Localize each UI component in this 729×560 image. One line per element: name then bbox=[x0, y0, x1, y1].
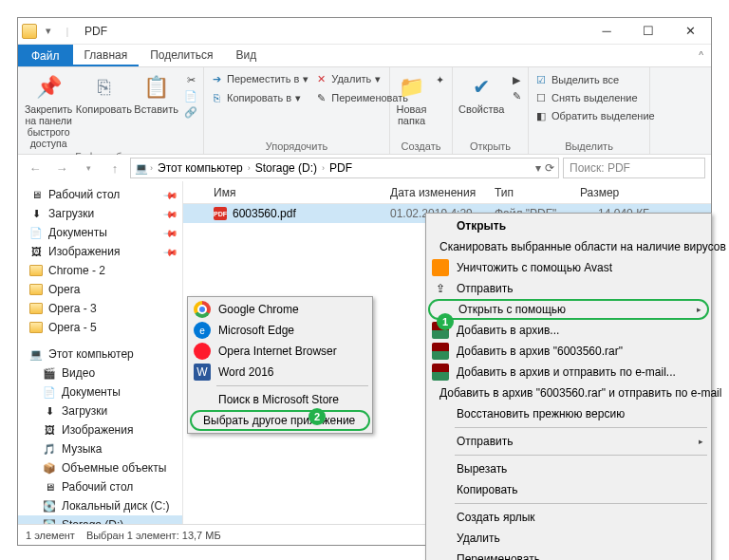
pin-icon: 📌 bbox=[35, 74, 62, 101]
ctx-copy[interactable]: Копировать bbox=[428, 479, 709, 500]
sidebar-item-label: Музыка bbox=[62, 442, 102, 456]
selectinvert-button[interactable]: ◧Обратить выделение bbox=[534, 109, 655, 122]
sidebar-item[interactable]: Opera bbox=[18, 280, 182, 299]
rar-icon bbox=[432, 343, 449, 360]
sidebar-item[interactable]: Opera - 5 bbox=[18, 318, 182, 337]
copypath-button[interactable]: 📄 bbox=[184, 89, 197, 103]
ctx-addrar[interactable]: Добавить в архив "6003560.rar" bbox=[428, 341, 709, 362]
paste-button[interactable]: 📋 Вставить bbox=[134, 70, 178, 115]
newitem-button[interactable]: ✦ bbox=[433, 73, 446, 86]
ctx-open[interactable]: Открыть bbox=[428, 215, 709, 236]
tab-file[interactable]: Файл bbox=[18, 45, 73, 66]
moveto-button[interactable]: ➔Переместить в ▾ bbox=[210, 72, 308, 85]
sidebar-item[interactable]: 🎬Видео bbox=[18, 364, 182, 383]
sidebar-item[interactable]: 📦Объемные объекты bbox=[18, 458, 182, 477]
sub-store[interactable]: Поиск в Microsoft Store bbox=[190, 389, 370, 410]
ctx-rename[interactable]: Переименовать bbox=[428, 549, 709, 560]
forward-button[interactable]: → bbox=[50, 157, 73, 179]
ctx-addraremail[interactable]: Добавить в архив "6003560.rar" и отправи… bbox=[428, 383, 709, 403]
sidebar-item[interactable]: 💽Локальный диск (C:) bbox=[18, 496, 182, 515]
properties-icon: ✔ bbox=[468, 74, 495, 101]
col-date[interactable]: Дата изменения bbox=[383, 186, 487, 199]
pasteshortcut-button[interactable]: 🔗 bbox=[184, 105, 197, 119]
col-type[interactable]: Тип bbox=[487, 186, 572, 199]
ctx-addarchive[interactable]: Добавить в архив... bbox=[428, 320, 709, 341]
sidebar-item[interactable]: 🎵Музыка bbox=[18, 439, 182, 458]
nav-sidebar: 🖥Рабочий стол📌⬇Загрузки📌📄Документы📌🖼Изоб… bbox=[18, 181, 183, 524]
edit-button[interactable]: ✎ bbox=[510, 89, 523, 103]
sidebar-item[interactable]: 🖥Рабочий стол📌 bbox=[18, 185, 182, 204]
sidebar-item[interactable]: ⬇Загрузки bbox=[18, 401, 182, 420]
tab-share[interactable]: Поделиться bbox=[139, 45, 224, 66]
refresh-icon[interactable]: ⟳ bbox=[545, 161, 554, 175]
ctx-delete[interactable]: Удалить bbox=[428, 528, 709, 549]
sidebar-item[interactable]: 🖥Рабочий стол bbox=[18, 477, 182, 496]
sidebar-item-label: Opera bbox=[48, 283, 80, 296]
close-button[interactable]: ✕ bbox=[669, 18, 711, 45]
chevron-right-icon: ▸ bbox=[699, 437, 703, 446]
open-button[interactable]: ▶ bbox=[510, 73, 523, 86]
crumb-folder[interactable]: PDF bbox=[327, 161, 355, 175]
sidebar-item[interactable]: Opera - 3 bbox=[18, 299, 182, 318]
ctx-addemail[interactable]: Добавить в архив и отправить по e-mail..… bbox=[428, 362, 709, 383]
selectnone-icon: ☐ bbox=[534, 91, 548, 104]
crumb-drive[interactable]: Storage (D:) bbox=[252, 161, 320, 175]
sidebar-thispc[interactable]: 💻Этот компьютер bbox=[18, 345, 182, 364]
open-icon: ▶ bbox=[510, 73, 523, 86]
sidebar-item[interactable]: 🖼Изображения bbox=[18, 420, 182, 439]
sidebar-item[interactable]: 🖼Изображения📌 bbox=[18, 242, 182, 261]
ctx-cut[interactable]: Вырезать bbox=[428, 458, 709, 479]
sidebar-item-label: Opera - 5 bbox=[48, 321, 97, 334]
sub-word[interactable]: WWord 2016 bbox=[190, 362, 370, 383]
sidebar-item-label: Документы bbox=[48, 226, 107, 239]
search-input[interactable]: Поиск: PDF bbox=[563, 158, 705, 178]
sidebar-item[interactable]: 📄Документы📌 bbox=[18, 223, 182, 242]
copy-button[interactable]: ⎘ Копировать bbox=[79, 70, 128, 115]
ctx-shred[interactable]: Уничтожить с помощью Avast bbox=[428, 257, 709, 278]
selectall-button[interactable]: ☑Выделить все bbox=[534, 73, 655, 86]
folder-icon bbox=[29, 322, 43, 333]
ctx-openwith[interactable]: Открыть с помощью▸ bbox=[428, 299, 709, 320]
sub-opera[interactable]: Opera Internet Browser bbox=[190, 341, 370, 362]
ctx-scan[interactable]: Сканировать выбранные области на наличие… bbox=[428, 236, 709, 257]
sub-other[interactable]: Выбрать другое приложение bbox=[190, 410, 370, 431]
col-size[interactable]: Размер bbox=[572, 186, 658, 199]
sub-edge[interactable]: eMicrosoft Edge bbox=[190, 320, 370, 341]
sidebar-item[interactable]: 📄Документы bbox=[18, 383, 182, 401]
ctx-restore[interactable]: Восстановить прежнюю версию bbox=[428, 403, 709, 424]
sidebar-item[interactable]: Chrome - 2 bbox=[18, 261, 182, 280]
copyto-button[interactable]: ⎘Копировать в ▾ bbox=[210, 91, 308, 104]
sub-chrome[interactable]: Google Chrome bbox=[190, 299, 370, 320]
properties-button[interactable]: ✔ Свойства bbox=[458, 70, 504, 115]
ribbon-collapse-icon[interactable]: ^ bbox=[691, 45, 711, 66]
col-name[interactable]: Имя bbox=[206, 186, 383, 199]
ctx-shortcut[interactable]: Создать ярлык bbox=[428, 507, 709, 528]
crumb-pc[interactable]: Этот компьютер bbox=[155, 161, 246, 175]
history-dropdown-icon[interactable]: ▾ bbox=[535, 161, 541, 175]
sidebar-item[interactable]: 💽Storage (D:) bbox=[18, 515, 182, 524]
maximize-button[interactable]: ☐ bbox=[627, 18, 669, 45]
ctx-sendto[interactable]: Отправить▸ bbox=[428, 431, 709, 452]
sidebar-item[interactable]: ⬇Загрузки📌 bbox=[18, 204, 182, 223]
cut-button[interactable]: ✂ bbox=[184, 73, 197, 86]
chevron-right-icon: › bbox=[150, 163, 153, 173]
video-icon: 🎬 bbox=[43, 366, 56, 380]
breadcrumb[interactable]: 💻 › Этот компьютер › Storage (D:) › PDF … bbox=[130, 158, 559, 178]
selectnone-button[interactable]: ☐Снять выделение bbox=[534, 91, 655, 104]
qat-dropdown-icon[interactable]: ▾ bbox=[41, 24, 56, 39]
recent-button[interactable]: ▾ bbox=[77, 157, 100, 179]
tab-home[interactable]: Главная bbox=[73, 45, 140, 66]
back-button[interactable]: ← bbox=[24, 157, 47, 179]
annotation-badge-2: 2 bbox=[308, 408, 326, 425]
tab-view[interactable]: Вид bbox=[224, 45, 268, 66]
ribbon-tabs: Файл Главная Поделиться Вид ^ bbox=[18, 45, 711, 67]
rename-icon: ✎ bbox=[314, 91, 327, 104]
minimize-button[interactable]: ─ bbox=[586, 18, 627, 45]
pin-quickaccess-button[interactable]: 📌 Закрепить на панели быстрого доступа bbox=[24, 70, 73, 149]
desktop-icon: 🖥 bbox=[29, 188, 43, 201]
titlebar: ▾ | PDF ─ ☐ ✕ bbox=[18, 18, 711, 45]
up-button[interactable]: ↑ bbox=[103, 157, 126, 179]
folder-icon bbox=[29, 303, 43, 314]
ctx-share[interactable]: ⇪Отправить bbox=[428, 278, 709, 299]
newfolder-button[interactable]: 📁 Новая папка bbox=[396, 70, 427, 126]
